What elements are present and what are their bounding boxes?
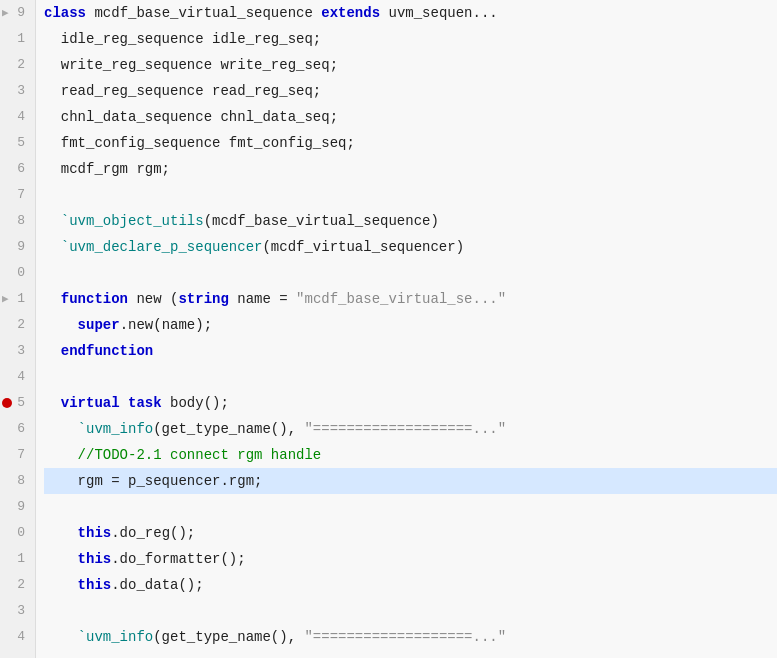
line-number: 5 (17, 390, 25, 416)
token-normal: .new(name); (120, 312, 212, 338)
gutter-line-22: 2 (0, 572, 29, 598)
gutter-line-5: 5 (0, 130, 29, 156)
gutter-line-2: 2 (0, 52, 29, 78)
token-kw-this: this (44, 520, 111, 546)
line-number: 0 (17, 260, 25, 286)
line-number: 7 (17, 182, 25, 208)
gutter-line-0: ▶9 (0, 0, 29, 26)
gutter-line-17: 7 (0, 442, 29, 468)
gutter-line-9: 9 (0, 234, 29, 260)
gutter-line-1: 1 (0, 26, 29, 52)
line-number: 6 (17, 416, 25, 442)
token-normal: write_reg_sequence write_reg_seq; (44, 52, 338, 78)
line-number: 2 (17, 52, 25, 78)
token-normal: fmt_config_sequence fmt_config_seq; (44, 130, 355, 156)
token-kw-task: task (128, 390, 162, 416)
code-editor: ▶91234567890▶12345678901234 class mcdf_b… (0, 0, 777, 658)
gutter-line-20: 0 (0, 520, 29, 546)
code-line-17: //TODO-2.1 connect rgm handle (44, 442, 777, 468)
line-number: 3 (17, 78, 25, 104)
token-kw-extends: extends (321, 0, 380, 26)
token-normal: new ( (136, 286, 178, 312)
line-number: 2 (17, 312, 25, 338)
token-normal: mcdf_base_virtual_sequence (94, 0, 321, 26)
token-macro: `uvm_object_utils (44, 208, 204, 234)
gutter-line-24: 4 (0, 624, 29, 650)
token-normal: .do_formatter(); (111, 546, 245, 572)
code-line-11: function new (string name = "mcdf_base_v… (44, 286, 777, 312)
token-kw-string: string (178, 286, 228, 312)
token-normal: idle_reg_sequence idle_reg_seq; (44, 26, 321, 52)
gutter-line-18: 8 (0, 468, 29, 494)
token-normal: name = (229, 286, 296, 312)
line-number: 4 (17, 364, 25, 390)
line-number: 4 (17, 104, 25, 130)
gutter-line-3: 3 (0, 78, 29, 104)
line-number: 6 (17, 156, 25, 182)
code-line-2: write_reg_sequence write_reg_seq; (44, 52, 777, 78)
token-kw-this: this (44, 572, 111, 598)
token-macro: `uvm_info (44, 624, 153, 650)
gutter-line-7: 7 (0, 182, 29, 208)
gutter-line-16: 6 (0, 416, 29, 442)
token-normal: .do_reg(); (111, 520, 195, 546)
token-normal: body(); (162, 390, 229, 416)
token-macro: `uvm_declare_p_sequencer (44, 234, 262, 260)
code-line-13: endfunction (44, 338, 777, 364)
gutter-line-23: 3 (0, 598, 29, 624)
code-line-7 (44, 182, 777, 208)
code-line-24: `uvm_info(get_type_name(), "============… (44, 624, 777, 650)
line-number: 7 (17, 442, 25, 468)
line-number: 1 (17, 26, 25, 52)
gutter-line-8: 8 (0, 208, 29, 234)
gutter-line-19: 9 (0, 494, 29, 520)
token-normal: .do_data(); (111, 572, 203, 598)
code-line-3: read_reg_sequence read_reg_seq; (44, 78, 777, 104)
code-line-23 (44, 598, 777, 624)
gutter-line-13: 3 (0, 338, 29, 364)
token-string-lit: "===================..." (304, 416, 506, 442)
gutter-line-14: 4 (0, 364, 29, 390)
code-line-14 (44, 364, 777, 390)
line-numbers: ▶91234567890▶12345678901234 (0, 0, 36, 658)
code-line-4: chnl_data_sequence chnl_data_seq; (44, 104, 777, 130)
code-line-9: `uvm_declare_p_sequencer(mcdf_virtual_se… (44, 234, 777, 260)
token-string-lit: "mcdf_base_virtual_se..." (296, 286, 506, 312)
token-normal: (mcdf_virtual_sequencer) (262, 234, 464, 260)
line-number: 1 (17, 286, 25, 312)
token-normal: chnl_data_sequence chnl_data_seq; (44, 104, 338, 130)
token-normal: mcdf_rgm rgm; (44, 156, 170, 182)
token-normal: read_reg_sequence read_reg_seq; (44, 78, 321, 104)
token-normal: (get_type_name(), (153, 416, 304, 442)
code-line-8: `uvm_object_utils(mcdf_base_virtual_sequ… (44, 208, 777, 234)
code-line-6: mcdf_rgm rgm; (44, 156, 777, 182)
code-line-20: this.do_reg(); (44, 520, 777, 546)
line-number: 8 (17, 468, 25, 494)
line-number: 9 (17, 234, 25, 260)
line-number: 9 (17, 494, 25, 520)
code-line-19 (44, 494, 777, 520)
token-normal: rgm = p_sequencer.rgm; (44, 468, 262, 494)
fold-marker[interactable]: ▶ (2, 0, 9, 26)
line-number: 0 (17, 520, 25, 546)
code-content[interactable]: class mcdf_base_virtual_sequence extends… (36, 0, 777, 658)
line-number: 1 (17, 546, 25, 572)
breakpoint-marker (2, 398, 12, 408)
line-number: 9 (17, 0, 25, 26)
gutter-line-21: 1 (0, 546, 29, 572)
token-normal: (mcdf_base_virtual_sequence) (204, 208, 439, 234)
fold-marker[interactable]: ▶ (2, 286, 9, 312)
token-macro: `uvm_info (44, 416, 153, 442)
gutter-line-10: 0 (0, 260, 29, 286)
gutter-line-4: 4 (0, 104, 29, 130)
token-comment: //TODO-2.1 connect rgm handle (44, 442, 321, 468)
gutter-line-6: 6 (0, 156, 29, 182)
token-normal: uvm_sequen... (380, 0, 498, 26)
line-number: 3 (17, 598, 25, 624)
token-string-lit: "===================..." (304, 624, 506, 650)
gutter-line-11: ▶1 (0, 286, 29, 312)
token-normal: (get_type_name(), (153, 624, 304, 650)
code-line-12: super.new(name); (44, 312, 777, 338)
line-number: 8 (17, 208, 25, 234)
code-line-10 (44, 260, 777, 286)
